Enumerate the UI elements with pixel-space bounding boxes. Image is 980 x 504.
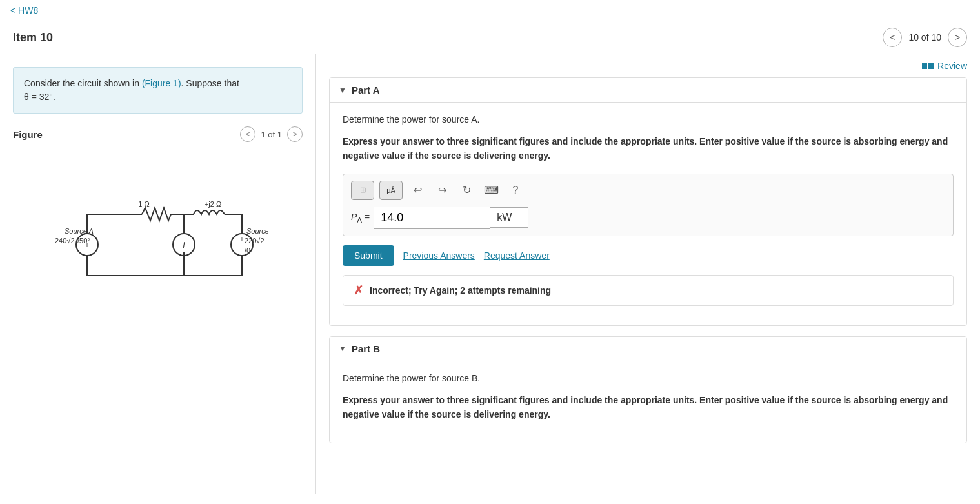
- part-b-section: ▼ Part B Determine the power for source …: [329, 336, 967, 443]
- part-b-header[interactable]: ▼ Part B: [330, 337, 966, 361]
- top-nav: HW8: [0, 0, 980, 21]
- submit-button[interactable]: Submit: [343, 245, 394, 266]
- figure-title: Figure: [13, 129, 43, 140]
- left-panel: Consider the circuit shown in (Figure 1)…: [0, 54, 316, 494]
- part-b-title: Part B: [352, 343, 380, 354]
- right-panel: Review ▼ Part A Determine the power for …: [316, 54, 980, 494]
- part-a-unit: kW: [490, 207, 528, 228]
- problem-description: Consider the circuit shown in (Figure 1)…: [13, 67, 303, 114]
- svg-text:/θ: /θ: [245, 247, 250, 254]
- part-a-collapse-icon: ▼: [339, 86, 346, 95]
- part-a-math-label: PA =: [351, 212, 370, 224]
- figure-next-button[interactable]: >: [287, 126, 303, 142]
- figure-header: Figure < 1 of 1 >: [13, 126, 303, 142]
- svg-text:220√2: 220√2: [245, 237, 265, 245]
- figure-prev-button[interactable]: <: [240, 126, 255, 142]
- previous-answers-button[interactable]: Previous Answers: [403, 250, 475, 261]
- svg-text:1 Ω: 1 Ω: [138, 200, 149, 208]
- item-header: Item 10 < 10 of 10 >: [0, 21, 980, 54]
- grid-icon: ⊞: [360, 186, 366, 194]
- help-button[interactable]: ?: [506, 181, 525, 200]
- svg-text:+: +: [239, 235, 243, 243]
- part-a-feedback: ✗ Incorrect; Try Again; 2 attempts remai…: [343, 275, 954, 306]
- svg-text:240√2: 240√2: [55, 237, 75, 245]
- part-a-title: Part A: [352, 85, 380, 96]
- part-b-collapse-icon: ▼: [339, 344, 346, 353]
- item-title: Item 10: [13, 31, 53, 45]
- circuit-container: 1 Ω +j2 Ω: [13, 150, 303, 318]
- figure-nav: < 1 of 1 >: [240, 126, 303, 142]
- part-a-content: Determine the power for source A. Expres…: [330, 103, 966, 325]
- undo-button[interactable]: ↩: [408, 181, 427, 200]
- part-b-question: Determine the power for source B.: [343, 372, 954, 385]
- math-input-row: PA = kW: [351, 207, 945, 229]
- part-b-content: Determine the power for source B. Expres…: [330, 361, 966, 443]
- theta-line: θ = 32°.: [24, 92, 55, 102]
- refresh-button[interactable]: ↻: [457, 181, 476, 200]
- part-a-header[interactable]: ▼ Part A: [330, 78, 966, 103]
- svg-text:+j2 Ω: +j2 Ω: [204, 200, 221, 208]
- figure-section: Figure < 1 of 1 > 1 Ω: [13, 126, 303, 318]
- part-a-section: ▼ Part A Determine the power for source …: [329, 77, 967, 326]
- pagination-controls: < 10 of 10 >: [883, 28, 967, 47]
- undo-icon: ↩: [414, 184, 422, 196]
- review-label: Review: [937, 61, 967, 71]
- part-b-instructions: Express your answer to three significant…: [343, 393, 954, 422]
- mu-icon: μÅ: [386, 186, 395, 194]
- redo-button[interactable]: ↪: [432, 181, 452, 200]
- next-item-button[interactable]: >: [948, 28, 967, 47]
- feedback-text: Incorrect; Try Again; 2 attempts remaini…: [370, 285, 551, 296]
- refresh-icon: ↻: [463, 184, 471, 196]
- incorrect-icon: ✗: [354, 283, 363, 297]
- part-a-value-input[interactable]: [374, 207, 490, 229]
- grid-toolbar-button[interactable]: ⊞: [351, 181, 374, 200]
- review-button[interactable]: Review: [922, 61, 967, 71]
- redo-icon: ↪: [438, 184, 446, 196]
- hw-link[interactable]: HW8: [10, 5, 38, 15]
- figure-page-info: 1 of 1: [261, 130, 282, 139]
- circuit-diagram: 1 Ω +j2 Ω: [48, 163, 268, 305]
- mu-toolbar-button[interactable]: μÅ: [379, 181, 403, 200]
- keyboard-icon: ⌨: [484, 184, 499, 196]
- figure-link[interactable]: (Figure 1): [142, 78, 181, 88]
- math-toolbar: ⊞ μÅ ↩ ↪ ↻: [351, 181, 945, 200]
- review-icon: [922, 63, 934, 69]
- help-icon: ?: [513, 185, 519, 196]
- svg-text:Source B: Source B: [246, 227, 268, 235]
- svg-text:−: −: [239, 244, 243, 252]
- problem-text-prefix: Consider the circuit shown in: [24, 78, 142, 88]
- part-a-question: Determine the power for source A.: [343, 113, 954, 126]
- page-info: 10 of 10: [908, 32, 941, 43]
- main-layout: Consider the circuit shown in (Figure 1)…: [0, 54, 980, 494]
- problem-text-suffix: . Suppose that: [181, 78, 239, 88]
- svg-text:/50°: /50°: [77, 237, 90, 245]
- request-answer-button[interactable]: Request Answer: [484, 250, 550, 261]
- part-a-math-input-area: ⊞ μÅ ↩ ↪ ↻: [343, 174, 954, 236]
- prev-item-button[interactable]: <: [883, 28, 902, 47]
- part-a-action-row: Submit Previous Answers Request Answer: [343, 245, 954, 266]
- part-a-instructions: Express your answer to three significant…: [343, 134, 954, 163]
- svg-text:Source A: Source A: [65, 227, 94, 235]
- review-area: Review: [329, 54, 967, 77]
- keyboard-button[interactable]: ⌨: [481, 181, 501, 200]
